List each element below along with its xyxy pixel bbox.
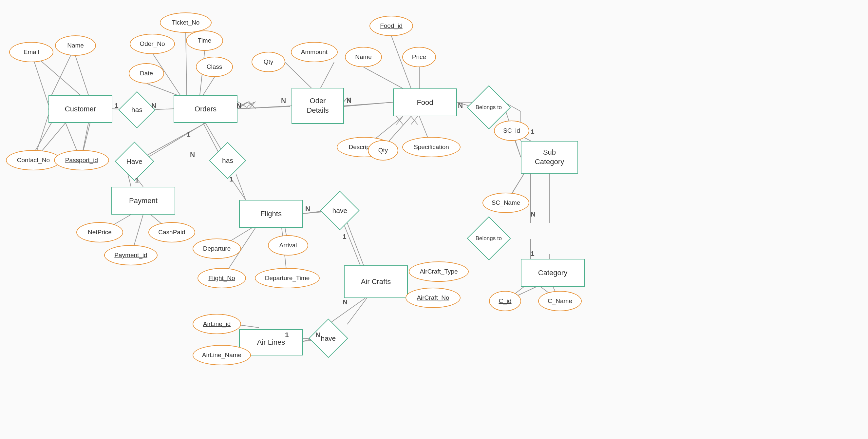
svg-line-15: [238, 106, 290, 109]
svg-line-48: [236, 174, 246, 200]
attr-flight-no: Flight_No: [197, 268, 246, 288]
attr-date: Date: [129, 63, 164, 84]
label-n-od-left: N: [281, 97, 286, 104]
attr-aircraft-type: AirCraft_Type: [409, 261, 469, 282]
diagram-lines: [0, 0, 868, 439]
er-diagram: Customer Orders OderDetails Food Payment…: [0, 0, 868, 439]
entity-category: Category: [521, 259, 585, 287]
svg-line-30: [396, 116, 403, 125]
attr-netprice: NetPrice: [76, 222, 123, 243]
label-1-airlines-left: 1: [285, 331, 289, 339]
attr-sc-name: SC_Name: [483, 193, 529, 213]
attr-oder-no: Oder_No: [130, 34, 175, 54]
rel-have2: have: [320, 191, 359, 230]
attr-qty-oder: Qty: [252, 52, 285, 72]
label-1-subcat-top: 1: [531, 128, 534, 136]
attr-payment-id: Payment_id: [104, 245, 158, 265]
attr-name-customer: Name: [55, 35, 96, 56]
svg-line-1: [75, 56, 88, 95]
attr-ticket-no: Ticket_No: [160, 12, 212, 33]
rel-belongs-to2: Belongs to: [467, 216, 510, 260]
label-n-subcat-bottom: N: [531, 210, 535, 218]
attr-airline-name: AirLine_Name: [193, 345, 251, 365]
label-n-flights-right: N: [305, 205, 310, 213]
attr-ammount: Ammount: [291, 42, 338, 62]
label-n-has2-orders: N: [190, 151, 195, 159]
rel-have1: Have: [115, 142, 154, 181]
label-n-aircrafts-down: N: [343, 298, 347, 306]
svg-line-54: [347, 223, 364, 265]
attr-passport-id: Passport_id: [54, 150, 109, 170]
attr-food-id: Food_id: [370, 16, 413, 36]
svg-line-24: [364, 67, 403, 89]
attr-airline-id: AirLine_id: [193, 314, 241, 334]
entity-orders: Orders: [174, 95, 238, 123]
attr-class: Class: [196, 57, 233, 77]
svg-line-21: [285, 62, 312, 89]
entity-sub-category: SubCategory: [521, 141, 578, 174]
svg-line-93: [247, 102, 254, 106]
svg-line-57: [347, 298, 367, 324]
entity-customer: Customer: [49, 95, 112, 123]
attr-departure-time: Departure_Time: [255, 268, 320, 288]
rel-has1: has: [118, 91, 155, 128]
entity-payment: Payment: [112, 187, 175, 215]
attr-email: Email: [9, 42, 53, 62]
label-1-flights: 1: [229, 175, 233, 183]
svg-line-29: [396, 116, 403, 125]
svg-line-18: [249, 101, 255, 109]
label-1-have-below: 1: [135, 176, 139, 184]
svg-line-22: [320, 62, 334, 89]
svg-line-13: [147, 84, 177, 95]
svg-line-92: [247, 102, 254, 106]
attr-price: Price: [402, 47, 436, 67]
attr-c-id: C_id: [489, 291, 521, 311]
attr-time: Time: [186, 30, 223, 51]
label-1-cat-top: 1: [531, 250, 534, 257]
attr-specification: Specification: [402, 137, 461, 157]
svg-line-32: [411, 116, 417, 125]
svg-line-72: [238, 106, 291, 109]
attr-qty-food: Qty: [368, 140, 398, 160]
entity-air-crafts: Air Crafts: [344, 265, 408, 298]
attr-cashpaid: CashPaid: [148, 222, 195, 243]
attr-departure: Departure: [193, 239, 241, 259]
label-1-cust-has: 1: [115, 101, 119, 109]
attr-aircraft-no: AirCraft_No: [405, 288, 461, 308]
label-n-has-orders: N: [151, 101, 156, 109]
entity-food: Food: [393, 89, 457, 116]
svg-line-79: [344, 224, 360, 265]
entity-flights: Flights: [239, 200, 303, 228]
attr-arrival: Arrival: [268, 235, 308, 255]
attr-c-name: C_Name: [538, 291, 582, 311]
attr-sc-id: SC_id: [494, 121, 529, 141]
svg-line-19: [249, 101, 255, 109]
svg-line-14: [203, 77, 215, 95]
attr-contact-no: Contact_No: [6, 150, 61, 170]
attr-name-food: Name: [345, 47, 382, 67]
label-1-aircrafts: 1: [343, 232, 346, 241]
label-n-food-right: N: [458, 101, 463, 109]
rel-has2: has: [209, 142, 246, 179]
label-n-airlines-right: N: [315, 331, 320, 339]
label-n-od-right: N: [346, 97, 351, 104]
rel-have3: have: [309, 318, 348, 358]
label-n-orders-right: N: [237, 101, 241, 109]
entity-oder-details: OderDetails: [291, 88, 344, 124]
label-1-have-orders: 1: [187, 130, 191, 138]
svg-line-31: [411, 116, 417, 125]
svg-line-74: [143, 123, 205, 160]
